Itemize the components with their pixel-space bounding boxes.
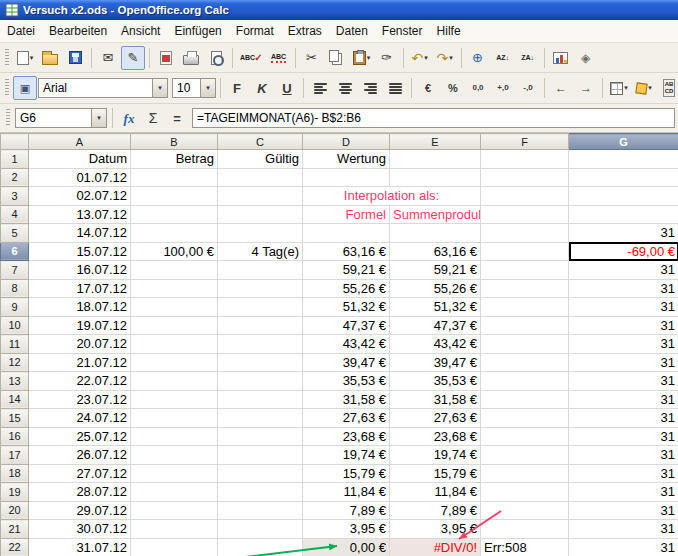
menu-item-ansicht[interactable]: Ansicht	[114, 20, 167, 42]
cell-A19[interactable]: 28.07.12	[29, 483, 131, 502]
cell-A4[interactable]: 13.07.12	[29, 205, 131, 224]
cell-F9[interactable]	[481, 298, 569, 317]
row-header-4[interactable]: 4	[1, 205, 29, 224]
navigator-button[interactable]: ◈	[574, 46, 598, 70]
font-size-dropdown-icon[interactable]: ▾	[200, 79, 215, 97]
cell-C17[interactable]	[218, 446, 303, 465]
cell-B12[interactable]	[131, 353, 218, 372]
row-header-14[interactable]: 14	[1, 390, 29, 409]
cell-B14[interactable]	[131, 390, 218, 409]
cell-A6[interactable]: 15.07.12	[29, 242, 131, 261]
cell-C7[interactable]	[218, 261, 303, 280]
row-header-16[interactable]: 16	[1, 427, 29, 446]
format-paintbrush-button[interactable]: ✑	[375, 46, 399, 70]
cell-C12[interactable]	[218, 353, 303, 372]
function-wizard-button[interactable]: fx	[118, 107, 140, 129]
row-header-21[interactable]: 21	[1, 520, 29, 539]
cell-G11[interactable]: 31	[569, 335, 678, 354]
cell-G8[interactable]: 31	[569, 279, 678, 298]
cell-A3[interactable]: 02.07.12	[29, 187, 131, 206]
cell-A17[interactable]: 26.07.12	[29, 446, 131, 465]
menu-item-hilfe[interactable]: Hilfe	[430, 20, 468, 42]
cell-C21[interactable]	[218, 520, 303, 539]
cell-D3[interactable]: Interpolation als:	[303, 187, 481, 206]
cell-A13[interactable]: 22.07.12	[29, 372, 131, 391]
cell-E16[interactable]: 23,68 €	[390, 427, 481, 446]
cell-D19[interactable]: 11,84 €	[303, 483, 390, 502]
formula-bar-grip[interactable]	[6, 109, 10, 127]
underline-button[interactable]: U	[275, 76, 299, 100]
cell-B18[interactable]	[131, 464, 218, 483]
row-header-10[interactable]: 10	[1, 316, 29, 335]
cell-F3[interactable]	[481, 187, 569, 206]
cell-B17[interactable]	[131, 446, 218, 465]
cell-E8[interactable]: 55,26 €	[390, 279, 481, 298]
align-left-button[interactable]	[308, 76, 332, 100]
cell-G12[interactable]: 31	[569, 353, 678, 372]
italic-button[interactable]: K	[250, 76, 274, 100]
cell-D18[interactable]: 15,79 €	[303, 464, 390, 483]
cell-C13[interactable]	[218, 372, 303, 391]
cut-button[interactable]: ✂	[300, 46, 324, 70]
cell-E12[interactable]: 39,47 €	[390, 353, 481, 372]
cell-B11[interactable]	[131, 335, 218, 354]
cell-B21[interactable]	[131, 520, 218, 539]
styles-and-formatting-button[interactable]: ▣	[13, 76, 37, 100]
cell-A14[interactable]: 23.07.12	[29, 390, 131, 409]
cell-E9[interactable]: 51,32 €	[390, 298, 481, 317]
cell-A2[interactable]: 01.07.12	[29, 168, 131, 187]
row-header-12[interactable]: 12	[1, 353, 29, 372]
cell-C9[interactable]	[218, 298, 303, 317]
cell-C18[interactable]	[218, 464, 303, 483]
cell-G14[interactable]: 31	[569, 390, 678, 409]
number-format-percent-button[interactable]: %	[441, 76, 465, 100]
cell-C3[interactable]	[218, 187, 303, 206]
number-format-standard-button[interactable]: 0,0	[466, 76, 490, 100]
cell-C15[interactable]	[218, 409, 303, 428]
cell-C10[interactable]	[218, 316, 303, 335]
cell-D17[interactable]: 19,74 €	[303, 446, 390, 465]
cell-E10[interactable]: 47,37 €	[390, 316, 481, 335]
cell-B19[interactable]	[131, 483, 218, 502]
cell-F8[interactable]	[481, 279, 569, 298]
align-right-button[interactable]	[358, 76, 382, 100]
sort-ascending-button[interactable]: AZ↓	[491, 46, 515, 70]
cell-B3[interactable]	[131, 187, 218, 206]
cell-B16[interactable]	[131, 427, 218, 446]
cell-E15[interactable]: 27,63 €	[390, 409, 481, 428]
font-name-combo[interactable]: Arial ▾	[38, 78, 168, 98]
cell-F2[interactable]	[481, 168, 569, 187]
new-document-button[interactable]: ▾	[13, 46, 37, 70]
cell-F4[interactable]	[481, 205, 569, 224]
cell-D20[interactable]: 7,89 €	[303, 501, 390, 520]
cell-G20[interactable]: 31	[569, 501, 678, 520]
cell-E20[interactable]: 7,89 €	[390, 501, 481, 520]
cell-F16[interactable]	[481, 427, 569, 446]
row-header-7[interactable]: 7	[1, 261, 29, 280]
cell-A11[interactable]: 20.07.12	[29, 335, 131, 354]
cell-A7[interactable]: 16.07.12	[29, 261, 131, 280]
cell-B7[interactable]	[131, 261, 218, 280]
formatting-toolbar-grip[interactable]	[5, 79, 9, 97]
cell-C5[interactable]	[218, 224, 303, 243]
font-name-dropdown-icon[interactable]: ▾	[152, 79, 167, 97]
cell-G22[interactable]: 31	[569, 538, 678, 556]
row-header-11[interactable]: 11	[1, 335, 29, 354]
cell-A22[interactable]: 31.07.12	[29, 538, 131, 556]
menu-item-datei[interactable]: Datei	[0, 20, 42, 42]
export-pdf-button[interactable]	[154, 46, 178, 70]
cell-E7[interactable]: 59,21 €	[390, 261, 481, 280]
number-format-currency-button[interactable]: €	[416, 76, 440, 100]
cell-G17[interactable]: 31	[569, 446, 678, 465]
cell-A9[interactable]: 18.07.12	[29, 298, 131, 317]
cell-B13[interactable]	[131, 372, 218, 391]
cell-F5[interactable]	[481, 224, 569, 243]
cell-C20[interactable]	[218, 501, 303, 520]
save-button[interactable]	[63, 46, 87, 70]
cell-G5[interactable]: 31	[569, 224, 678, 243]
menu-item-format[interactable]: Format	[229, 20, 281, 42]
cell-B2[interactable]	[131, 168, 218, 187]
page-preview-button[interactable]	[204, 46, 228, 70]
copy-button[interactable]	[325, 46, 349, 70]
cell-D22[interactable]: 0,00 €	[303, 538, 390, 556]
